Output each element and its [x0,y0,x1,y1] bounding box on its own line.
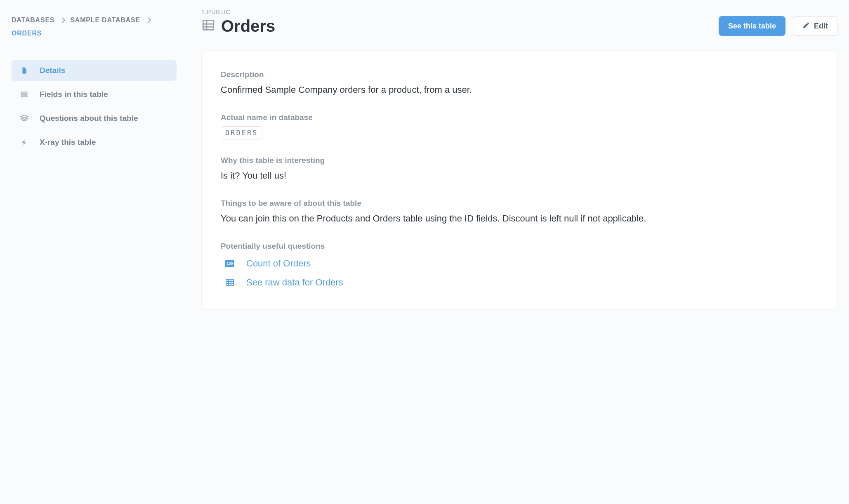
layers-icon [20,114,29,123]
sidebar-item-questions[interactable]: Questions about this table [12,108,177,129]
useful-questions-label: Potentially useful questions [221,242,818,251]
table-icon [225,278,235,287]
svg-rect-1 [21,94,27,95]
see-this-table-button[interactable]: See this table [719,16,785,36]
svg-rect-3 [203,21,214,30]
aware-label: Things to be aware of about this table [221,199,818,208]
breadcrumb-orders[interactable]: ORDERS [12,30,42,37]
sidebar-item-xray[interactable]: X-ray this table [12,132,177,153]
breadcrumb-sample-database[interactable]: SAMPLE DATABASE [70,16,140,24]
description-body: Confirmed Sample Company orders for a pr… [221,83,818,97]
why-interesting-label: Why this table is interesting [221,156,818,165]
sidebar-item-label: X-ray this table [40,138,96,147]
question-see-raw-data[interactable]: See raw data for Orders [221,277,818,288]
sidebar-item-label: Fields in this table [40,90,108,99]
aware-body: You can join this on the Products and Or… [221,212,818,225]
bolt-icon [20,138,29,147]
svg-rect-7 [226,279,233,286]
table-icon [201,18,215,34]
sidebar-item-label: Details [40,66,65,75]
details-card: Description Confirmed Sample Company ord… [201,52,837,309]
list-icon [20,90,29,99]
edit-button-label: Edit [814,22,828,31]
edit-button[interactable]: Edit [793,16,837,36]
why-interesting-body: Is it? You tell us! [221,169,818,182]
sidebar-item-details[interactable]: Details [12,60,177,81]
svg-rect-2 [21,96,27,97]
side-nav: Details Fields in this table Questions a… [12,60,177,153]
pencil-icon [802,21,810,31]
question-count-of-orders[interactable]: 100 Count of Orders [221,258,818,269]
schema-label: 1:PUBLIC [201,8,837,15]
chevron-right-icon [145,17,151,23]
breadcrumb-databases[interactable]: DATABASES [12,16,54,24]
breadcrumb: DATABASES SAMPLE DATABASE ORDERS [12,16,177,37]
scalar-100-icon: 100 [225,259,235,268]
chevron-right-icon [59,17,65,23]
sidebar-item-fields[interactable]: Fields in this table [12,84,177,105]
question-label: Count of Orders [246,258,311,269]
sidebar-item-label: Questions about this table [40,114,138,123]
description-label: Description [221,70,818,79]
svg-rect-0 [21,92,27,93]
page-title: Orders [221,17,275,35]
document-icon [20,66,29,75]
actual-name-value: ORDERS [221,126,262,139]
question-label: See raw data for Orders [246,277,343,288]
actual-name-label: Actual name in database [221,113,818,122]
